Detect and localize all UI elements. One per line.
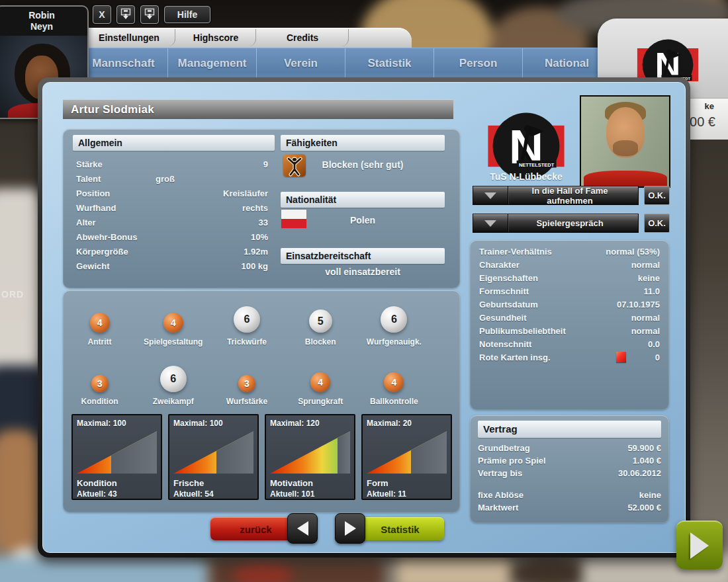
contract-spacer [478, 479, 661, 489]
general-row: Position Kreisläufer [76, 186, 268, 200]
manager-last-name: Neyn [0, 21, 87, 32]
contract-row: fixe Ablöse keine [478, 489, 661, 501]
previous-player-button[interactable] [287, 513, 318, 544]
menu-tab-strip: EinstellungenHighscoreCredits [83, 28, 412, 48]
blurred-tan-shape [397, 554, 510, 582]
detail-row: Geburtsdatum 07.10.1975 [479, 298, 660, 311]
statistics-button[interactable]: Statistik [356, 517, 444, 540]
contract-rows: Grundbetrag 59.900 € Prämie pro Spiel 1.… [478, 442, 661, 514]
detail-row: Formschnitt 11.0 [479, 284, 660, 298]
general-row: Gewicht 100 kg [76, 259, 268, 273]
red-card-icon [616, 352, 626, 362]
general-rows: Stärke 9 Talent groß Position Kreisläufe… [76, 157, 268, 273]
menu-tab-einstellungen[interactable]: Einstellungen [83, 28, 175, 48]
blurred-court-floor [0, 557, 205, 582]
skill-ball-cell: 4 Sprungkraft [284, 360, 357, 406]
gauge-box: Maximal: 100 Frische Aktuell: 54 [168, 414, 259, 500]
ability-value: Blocken (sehr gut) [281, 159, 445, 170]
abilities-heading: Fähigkeiten [281, 135, 445, 151]
details-rows: Trainer-Verhältnis normal (53%) Charakte… [479, 245, 660, 364]
skill-ball: 5 [309, 310, 332, 333]
blurred-dark-shape [510, 559, 589, 582]
action-row: In die Hall of Fame aufnehmen O.K. [473, 186, 670, 205]
gauge-wedge [173, 431, 253, 474]
contract-heading: Vertrag [478, 421, 661, 438]
load-button[interactable] [140, 5, 159, 24]
nav-item-verein[interactable]: Verein [257, 48, 345, 78]
nav-item-statistik[interactable]: Statistik [345, 48, 434, 78]
manager-first-name: Robin [0, 10, 87, 21]
ad-board-text: ORD [1, 289, 24, 300]
club-name: TuS N-Lübbecke [453, 171, 599, 182]
action-dropdown[interactable]: In die Hall of Fame aufnehmen [473, 186, 639, 205]
contract-row: Vertrag bis 30.06.2012 [478, 467, 661, 479]
corner-partial-text: ke [705, 101, 714, 111]
general-heading: Allgemein [73, 135, 275, 151]
menu-tab-highscore[interactable]: Highscore [175, 28, 256, 48]
general-row: Wurfhand rechts [76, 200, 268, 215]
detail-row: Eigenschaften keine [479, 271, 660, 284]
detail-row: Publikumsbeliebtheit normal [479, 324, 660, 337]
skill-ball: 3 [238, 375, 255, 392]
detail-row: Notenschnitt 0.0 [479, 337, 660, 351]
help-button[interactable]: Hilfe [164, 6, 210, 23]
nationality-value: Polen [281, 215, 445, 226]
skill-ball: 6 [381, 306, 407, 333]
dropdown-cap [473, 187, 508, 204]
nav-item-management[interactable]: Management [168, 48, 257, 78]
skill-ball: 4 [90, 313, 110, 333]
gauge-wedge [77, 431, 157, 474]
skill-ball: 6 [160, 366, 187, 392]
continue-button[interactable] [676, 520, 723, 569]
arrow-left-icon [297, 521, 308, 536]
general-row: Körpergröße 1.92m [76, 244, 268, 259]
load-disk-icon [144, 8, 156, 22]
gauge-wedge [270, 431, 350, 474]
skill-ball-row-2: 3 Kondition 6 Zweikampf 3 Wurfstärke 4 S… [63, 360, 431, 406]
action-row: Spielergespräch O.K. [473, 214, 670, 233]
menu-tab-credits[interactable]: Credits [256, 28, 349, 48]
ok-button[interactable]: O.K. [644, 186, 670, 205]
nav-item-mannschaft[interactable]: Mannschaft [79, 48, 168, 78]
skill-ball-cell: 4 Spielgestaltung [136, 301, 210, 347]
contract-row: Marktwert 52.000 € [478, 501, 661, 514]
contract-row: Prämie pro Spiel 1.040 € [478, 454, 661, 467]
action-dropdown[interactable]: Spielergespräch [473, 214, 639, 233]
detail-row: Gesundheit normal [479, 311, 660, 324]
skill-ball: 4 [310, 372, 330, 392]
next-player-button[interactable] [335, 513, 365, 544]
continue-arrow-icon [690, 532, 709, 559]
gauge-wedge [367, 431, 447, 474]
nav-item-person[interactable]: Person [434, 48, 523, 78]
details-panel: Trainer-Verhältnis normal (53%) Charakte… [470, 240, 669, 410]
gauge-box: Maximal: 20 Form Aktuell: 11 [361, 414, 452, 500]
detail-row: Trainer-Verhältnis normal (53%) [479, 245, 660, 258]
player-name-header: Artur Slodmiak [63, 99, 453, 119]
chevron-down-icon [484, 220, 496, 227]
ok-button[interactable]: O.K. [644, 214, 670, 233]
save-button[interactable] [116, 5, 135, 24]
skill-ball-cell: 6 Wurfgenauigk. [357, 301, 431, 347]
skill-ball: 6 [234, 306, 260, 333]
player-detail-dialog: Artur Slodmiak Allgemein Stärke 9 Talent… [38, 77, 690, 558]
blurred-legs [0, 430, 40, 552]
readiness-value: voll einsatzbereit [281, 267, 445, 277]
close-button[interactable]: X [93, 5, 111, 24]
gauge-box: Maximal: 120 Motivation Aktuell: 101 [265, 414, 355, 500]
gauge-box: Maximal: 100 Kondition Aktuell: 43 [71, 414, 162, 500]
skill-ball-cell: 6 Zweikampf [136, 360, 210, 406]
skill-ball-cell: 3 Wurfstärke [210, 360, 283, 406]
screen: ORD Robin Neyn X Hilfe EinstellungenHigh… [0, 0, 728, 582]
general-row: Stärke 9 [76, 157, 268, 171]
skill-ball-cell: 3 Kondition [63, 360, 136, 406]
detail-row: Rote Karten insg. 0 [479, 351, 660, 364]
contract-row: Grundbetrag 59.900 € [478, 442, 661, 454]
skill-ball: 4 [163, 313, 183, 333]
detail-row: Charakter normal [479, 258, 660, 271]
skill-ball-cell: 6 Trickwürfe [210, 301, 283, 347]
general-row: Talent groß [76, 171, 268, 186]
dropdown-cap [473, 214, 508, 232]
arrow-right-icon [345, 521, 356, 536]
photo-beard [613, 140, 638, 156]
skill-ball-cell: 4 Ballkontrolle [357, 360, 431, 406]
